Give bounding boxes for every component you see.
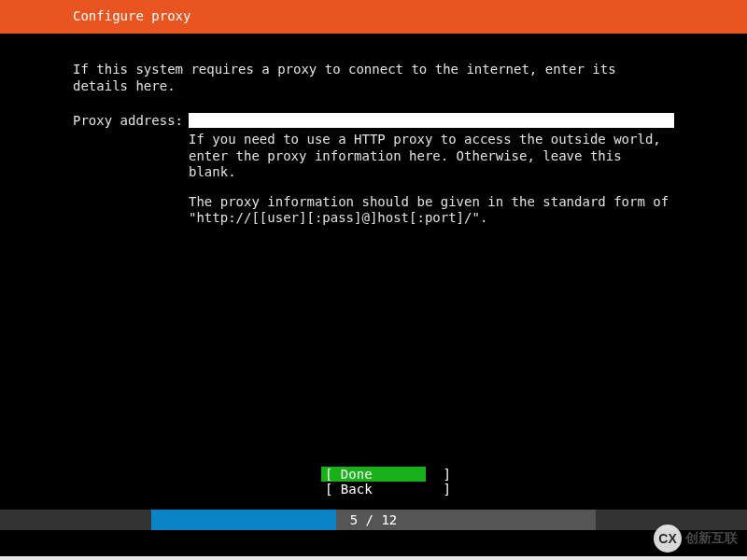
installer-screen: Configure proxy If this system requires … — [0, 0, 747, 556]
page-title: Configure proxy — [73, 8, 190, 23]
watermark-text: 创新互联 — [685, 530, 738, 547]
proxy-field-row: Proxy address: If you need to use a HTTP… — [73, 113, 674, 240]
back-button[interactable]: [ Back ] — [321, 482, 426, 497]
watermark: CX 创新互联 — [654, 525, 738, 553]
done-button[interactable]: [ Done ] — [321, 467, 426, 482]
progress-text: 5 / 12 — [0, 510, 747, 530]
instruction-text: If this system requires a proxy to conne… — [73, 62, 674, 94]
proxy-help-2: The proxy information should be given in… — [189, 194, 674, 227]
content-area: If this system requires a proxy to conne… — [0, 34, 747, 240]
proxy-address-input[interactable] — [189, 113, 674, 128]
proxy-field-column: If you need to use a HTTP proxy to acces… — [189, 113, 674, 240]
proxy-label: Proxy address: — [73, 113, 183, 128]
proxy-help-1: If you need to use a HTTP proxy to acces… — [189, 132, 674, 181]
watermark-badge-icon: CX — [654, 525, 682, 553]
button-area: [ Done ] [ Back ] — [0, 467, 747, 497]
header-bar: Configure proxy — [0, 0, 747, 34]
progress-bar: 5 / 12 — [0, 510, 747, 530]
